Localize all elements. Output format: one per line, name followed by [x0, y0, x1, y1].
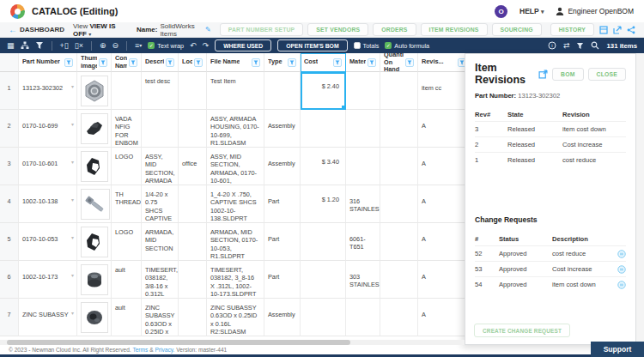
where-used-button[interactable]: WHERE USED: [215, 39, 271, 51]
cell-config[interactable]: [112, 72, 142, 110]
cell-rev[interactable]: A: [418, 261, 471, 299]
thumbnail-screw[interactable]: [81, 189, 110, 220]
cell-cost[interactable]: $ 1.20: [301, 185, 346, 223]
cell-cost[interactable]: [301, 223, 346, 261]
cell-file[interactable]: Test Item: [207, 72, 264, 110]
change-request-detail-icon[interactable]: [617, 250, 626, 258]
thumbnail-hex-nut[interactable]: [81, 76, 108, 106]
undo-icon[interactable]: ↶: [190, 42, 197, 50]
thumbnail-cylinder[interactable]: [81, 264, 108, 295]
cell-material[interactable]: 316 STAINLESS: [346, 185, 380, 223]
column-header-loc-[interactable]: Loc...: [179, 53, 207, 72]
cell-loc[interactable]: [179, 72, 207, 110]
column-header-configur-name[interactable]: Configur... Name: [112, 53, 142, 72]
cell-config[interactable]: LOGO: [112, 223, 142, 261]
cell-rev[interactable]: A: [418, 185, 471, 223]
cell-file[interactable]: 1_4-20 X .750, CAPTIVE SHCS 1002-10-138.…: [207, 185, 264, 223]
cell-qty[interactable]: [380, 148, 418, 185]
row-number[interactable]: 2: [0, 110, 19, 148]
nav-action-sourcing[interactable]: SOURCING: [492, 23, 542, 36]
cell-desc[interactable]: TIMESERT, 038182, 3/8-16 x 0.312L: [142, 261, 179, 299]
cell-material[interactable]: [346, 110, 380, 148]
cell-cost[interactable]: $ 3.40: [301, 148, 346, 185]
cell-file[interactable]: ARMADA, MID SECTION, 0170-10-053, R1.SLD…: [207, 223, 264, 261]
grid-view-icon[interactable]: [599, 26, 608, 34]
cell-desc[interactable]: [142, 110, 179, 148]
freeze-rows-icon[interactable]: ▦: [7, 42, 15, 50]
cell-material[interactable]: 303 STAINLESS: [346, 261, 380, 299]
cell-rev[interactable]: A: [418, 299, 471, 336]
revision-row[interactable]: 3Releaseditem cost down: [475, 121, 626, 136]
cell-loc[interactable]: [179, 223, 207, 261]
part-dropdown-caret-icon[interactable]: ▾: [71, 197, 74, 204]
support-button[interactable]: Support: [591, 342, 644, 357]
cell-thumb[interactable]: [77, 261, 112, 299]
cell-part[interactable]: 0170-10-699▾: [19, 110, 77, 148]
column-filter-icon[interactable]: [252, 58, 260, 67]
cell-cost[interactable]: [301, 299, 346, 336]
change-request-detail-icon[interactable]: [617, 281, 626, 289]
cell-desc[interactable]: ASSY, MID SECTION, ARMADA: [142, 148, 179, 185]
cell-config[interactable]: VADA NFIG FOR ENBOM TG: [112, 110, 142, 148]
cell-thumb[interactable]: [77, 110, 112, 148]
part-dropdown-caret-icon[interactable]: ▾: [71, 311, 74, 318]
nav-action-part-number-setup[interactable]: PART NUMBER SETUP: [220, 23, 304, 36]
row-number[interactable]: 5: [0, 223, 19, 261]
cell-qty[interactable]: [380, 185, 418, 223]
cell-qty[interactable]: [380, 223, 418, 261]
cell-material[interactable]: [346, 72, 380, 110]
edit-pencil-icon[interactable]: ✎: [205, 26, 211, 33]
change-request-detail-icon[interactable]: [617, 265, 626, 274]
auto-formula-checkbox[interactable]: ✓Auto formula: [385, 42, 429, 50]
cell-config[interactable]: LOGO: [112, 148, 142, 185]
cell-type[interactable]: Part: [264, 261, 301, 299]
cell-part[interactable]: 1002-10-138▾: [19, 185, 77, 223]
column-filter-icon[interactable]: [333, 58, 342, 67]
filter-icon[interactable]: [576, 42, 584, 50]
cell-cost[interactable]: [301, 110, 346, 148]
cell-type[interactable]: Assembly: [264, 148, 301, 185]
text-wrap-checkbox[interactable]: ✓Text wrap: [148, 42, 184, 50]
cell-file[interactable]: TIMESERT, 038182, 3_8-16 X .312L, 1002-1…: [207, 261, 264, 299]
cell-desc[interactable]: ARMADA, MID SECTION: [142, 223, 179, 261]
revision-row[interactable]: 1Releasedcost reduce: [475, 152, 626, 167]
thumbnail-logo-ring[interactable]: [81, 151, 108, 182]
create-change-request-button[interactable]: CREATE CHANGE REQUEST: [474, 324, 570, 337]
redo-icon[interactable]: ↷: [203, 42, 210, 50]
totals-checkbox[interactable]: Totals: [354, 42, 380, 50]
bom-button[interactable]: BOM: [552, 68, 583, 81]
cell-loc[interactable]: [179, 185, 207, 223]
swap-arrows-icon[interactable]: ⇄: [563, 42, 570, 50]
column-filter-icon[interactable]: [99, 58, 107, 67]
format-list-icon[interactable]: ≡ ▾: [135, 42, 142, 50]
cell-type[interactable]: Part: [264, 185, 301, 223]
part-dropdown-caret-icon[interactable]: ▾: [71, 273, 74, 280]
cell-fill-handle[interactable]: [342, 106, 345, 109]
share-icon[interactable]: [627, 26, 635, 34]
add-column-icon[interactable]: +▯: [60, 42, 69, 50]
cell-type[interactable]: Part: [264, 223, 301, 261]
cell-part[interactable]: 0170-10-601▾: [19, 148, 77, 185]
column-header-thumbnail-image[interactable]: Thumbnail image: [77, 53, 112, 72]
cell-rev[interactable]: item cc: [418, 72, 471, 110]
open-items-bom-button[interactable]: OPEN ITEM'S BOM: [277, 39, 347, 51]
cell-loc[interactable]: [179, 299, 207, 336]
change-request-row[interactable]: 53ApprovedCost increase: [475, 261, 626, 276]
cell-config[interactable]: ault: [112, 299, 142, 336]
terms-link[interactable]: Terms: [132, 347, 148, 353]
cell-desc[interactable]: test desc: [142, 72, 179, 110]
view-selector[interactable]: View VIEW IS OFF ▾: [73, 22, 128, 38]
cell-thumb[interactable]: [77, 185, 112, 223]
revision-row[interactable]: 2ReleasedCost increase: [475, 136, 626, 152]
column-filter-icon[interactable]: [64, 58, 73, 67]
cell-qty[interactable]: [380, 299, 418, 336]
column-header-quantity-on-hand[interactable]: Quantity On Hand: [380, 53, 418, 72]
cell-loc[interactable]: [179, 110, 207, 148]
cell-qty[interactable]: [380, 261, 418, 299]
cell-loc[interactable]: [179, 261, 207, 299]
part-dropdown-caret-icon[interactable]: ▾: [71, 235, 74, 242]
column-filter-icon[interactable]: [368, 58, 376, 67]
cell-file[interactable]: ASSY, ARMADA HOUSING, 0170-10-699, R1.SL…: [207, 110, 264, 148]
cell-rev[interactable]: A: [418, 223, 471, 261]
hierarchy-icon[interactable]: [21, 41, 29, 50]
